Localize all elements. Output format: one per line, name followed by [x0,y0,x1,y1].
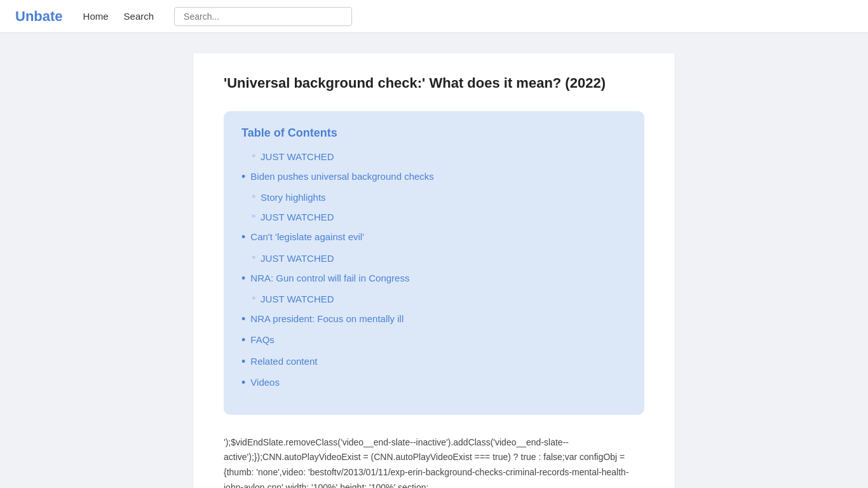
toc-nra-gun-link[interactable]: NRA: Gun control will fail in Congress [250,271,409,285]
toc-videos-bullet: • [241,376,245,390]
toc-just-watched-1: ○JUST WATCHED [241,150,627,163]
toc-nra-president-link[interactable]: NRA president: Focus on mentally ill [250,312,403,325]
toc-nra-president: •NRA president: Focus on mentally ill [241,312,627,327]
toc-nra-president-bullet: • [241,312,245,327]
article-title: 'Universal background check:' What does … [224,74,644,93]
toc-faqs-link[interactable]: FAQs [250,333,275,346]
toc-biden: •Biden pushes universal background check… [241,170,627,184]
toc-biden-bullet: • [241,170,245,184]
toc-list: ○JUST WATCHED•Biden pushes universal bac… [241,150,627,391]
toc-nra-gun-bullet: • [241,271,245,286]
toc-faqs: •FAQs [241,333,627,348]
toc-just-watched-3-bullet: ○ [252,252,255,263]
toc-just-watched-2-link[interactable]: JUST WATCHED [261,210,334,224]
toc-story-highlights: ○Story highlights [241,191,627,204]
toc-legislate: •Can't 'legislate against evil' [241,230,627,245]
toc-videos-link[interactable]: Videos [250,376,280,389]
toc-just-watched-3: ○JUST WATCHED [241,252,627,265]
toc-just-watched-4-link[interactable]: JUST WATCHED [261,292,334,306]
content-area: 'Universal background check:' What does … [193,53,675,488]
toc-related-bullet: • [241,355,245,369]
toc-related: •Related content [241,355,627,369]
table-of-contents-box: Table of Contents ○JUST WATCHED•Biden pu… [224,111,644,415]
toc-just-watched-4-bullet: ○ [252,292,255,304]
article-body-text: ');$vidEndSlate.removeClass('video__end-… [224,435,644,488]
navbar: Unbate Home Search [0,0,868,33]
toc-related-link[interactable]: Related content [250,355,317,368]
toc-faqs-bullet: • [241,333,245,348]
toc-story-highlights-link[interactable]: Story highlights [261,191,326,204]
toc-heading: Table of Contents [241,126,627,140]
toc-just-watched-2-bullet: ○ [252,210,255,222]
toc-just-watched-1-link[interactable]: JUST WATCHED [261,150,334,163]
toc-just-watched-2: ○JUST WATCHED [241,210,627,224]
toc-videos: •Videos [241,376,627,390]
toc-legislate-link[interactable]: Can't 'legislate against evil' [250,230,364,243]
toc-nra-gun: •NRA: Gun control will fail in Congress [241,271,627,286]
toc-just-watched-3-link[interactable]: JUST WATCHED [261,252,334,265]
search-input[interactable] [174,7,352,26]
home-link[interactable]: Home [83,8,109,24]
toc-just-watched-4: ○JUST WATCHED [241,292,627,306]
toc-biden-link[interactable]: Biden pushes universal background checks [250,170,434,183]
toc-legislate-bullet: • [241,230,245,245]
toc-just-watched-1-bullet: ○ [252,150,255,161]
brand-logo[interactable]: Unbate [15,8,63,25]
page-wrapper: 'Universal background check:' What does … [0,33,868,488]
search-link[interactable]: Search [124,8,154,24]
toc-story-highlights-bullet: ○ [252,191,255,202]
